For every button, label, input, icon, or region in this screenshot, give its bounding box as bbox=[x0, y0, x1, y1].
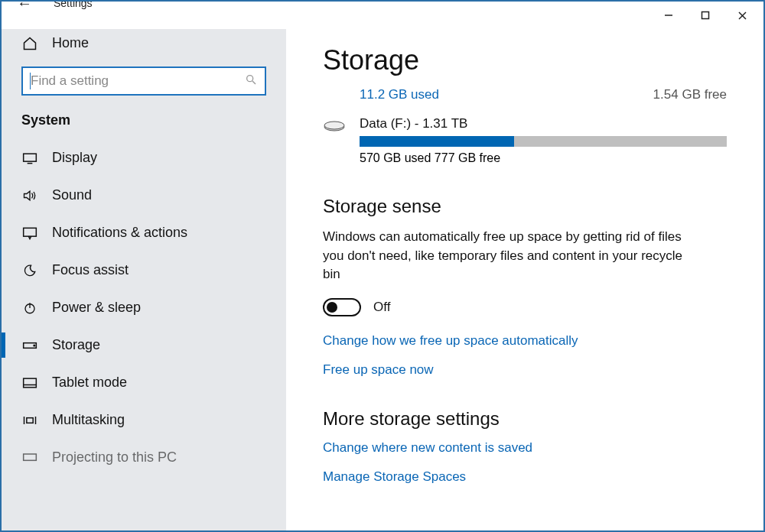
drive-free: 777 GB free bbox=[435, 151, 500, 164]
page-title: Storage bbox=[323, 44, 727, 76]
home-icon bbox=[21, 36, 38, 51]
nav-notifications[interactable]: Notifications & actions bbox=[2, 214, 286, 251]
notifications-icon bbox=[21, 226, 38, 240]
drive-usage-bar bbox=[360, 136, 727, 147]
main-content: Storage 11.2 GB used 1.54 GB free Data (… bbox=[286, 29, 763, 530]
search-input[interactable] bbox=[21, 66, 266, 96]
multitasking-icon bbox=[21, 414, 38, 427]
nav-label: Focus assist bbox=[52, 262, 129, 278]
nav-label: Display bbox=[52, 150, 97, 166]
storage-icon bbox=[21, 341, 38, 350]
nav-projecting[interactable]: Projecting to this PC bbox=[2, 439, 286, 466]
maximize-button[interactable] bbox=[687, 3, 724, 28]
svg-rect-17 bbox=[27, 417, 33, 423]
nav-multitasking[interactable]: Multitasking bbox=[2, 401, 286, 439]
sound-icon bbox=[21, 189, 38, 203]
nav-power-sleep[interactable]: Power & sleep bbox=[2, 289, 286, 326]
storage-sense-heading: Storage sense bbox=[323, 196, 727, 217]
tablet-icon bbox=[21, 377, 38, 389]
svg-point-12 bbox=[34, 345, 35, 346]
nav-label: Sound bbox=[52, 187, 92, 203]
nav-label: Power & sleep bbox=[52, 300, 141, 316]
svg-rect-1 bbox=[702, 12, 709, 19]
link-free-up-now[interactable]: Free up space now bbox=[323, 362, 727, 378]
monitor-icon bbox=[21, 152, 38, 164]
toggle-state-label: Off bbox=[373, 300, 390, 315]
more-storage-heading: More storage settings bbox=[323, 408, 727, 430]
nav-sound[interactable]: Sound bbox=[2, 177, 286, 214]
power-icon bbox=[21, 301, 38, 315]
sidebar: ← Settings Home System Display bbox=[2, 29, 286, 530]
svg-point-4 bbox=[247, 76, 253, 82]
hard-drive-icon bbox=[323, 116, 346, 138]
search-icon bbox=[245, 73, 257, 89]
link-manage-storage-spaces[interactable]: Manage Storage Spaces bbox=[323, 469, 727, 485]
search-field[interactable] bbox=[31, 73, 245, 89]
nav-label: Notifications & actions bbox=[52, 225, 187, 241]
link-change-free-up[interactable]: Change how we free up space automaticall… bbox=[323, 333, 727, 349]
home-nav[interactable]: Home bbox=[2, 3, 286, 60]
nav-list: Display Sound Notifications & actions Fo… bbox=[2, 139, 286, 466]
nav-label: Tablet mode bbox=[52, 375, 127, 391]
storage-sense-description: Windows can automatically free up space … bbox=[323, 228, 698, 284]
svg-rect-6 bbox=[24, 154, 37, 161]
nav-label: Multitasking bbox=[52, 412, 125, 428]
svg-rect-8 bbox=[24, 228, 37, 236]
close-button[interactable] bbox=[724, 3, 760, 28]
home-label: Home bbox=[52, 35, 89, 51]
storage-sense-toggle[interactable] bbox=[323, 298, 361, 316]
svg-rect-18 bbox=[24, 454, 37, 460]
nav-display[interactable]: Display bbox=[2, 139, 286, 177]
category-heading: System bbox=[2, 109, 286, 139]
nav-storage[interactable]: Storage bbox=[2, 326, 286, 364]
moon-icon bbox=[21, 264, 38, 277]
nav-focus-assist[interactable]: Focus assist bbox=[2, 251, 286, 289]
drive-f[interactable]: Data (F:) - 1.31 TB 570 GB used 777 GB f… bbox=[323, 116, 727, 165]
nav-label: Storage bbox=[52, 337, 100, 353]
drive-free: 1.54 GB free bbox=[653, 87, 727, 102]
svg-point-20 bbox=[324, 122, 344, 129]
drive-used-link[interactable]: 11.2 GB used bbox=[360, 87, 439, 102]
nav-label: Projecting to this PC bbox=[52, 449, 177, 466]
svg-rect-13 bbox=[24, 378, 37, 388]
minimize-button[interactable] bbox=[650, 3, 687, 28]
drive-used-link[interactable]: 570 GB used bbox=[360, 151, 431, 164]
drive-name: Data (F:) - 1.31 TB bbox=[360, 116, 727, 131]
link-change-save-location[interactable]: Change where new content is saved bbox=[323, 440, 727, 456]
drive-c-summary[interactable]: 11.2 GB used 1.54 GB free bbox=[323, 87, 727, 102]
svg-line-5 bbox=[252, 81, 256, 84]
projecting-icon bbox=[21, 453, 38, 463]
nav-tablet-mode[interactable]: Tablet mode bbox=[2, 364, 286, 401]
